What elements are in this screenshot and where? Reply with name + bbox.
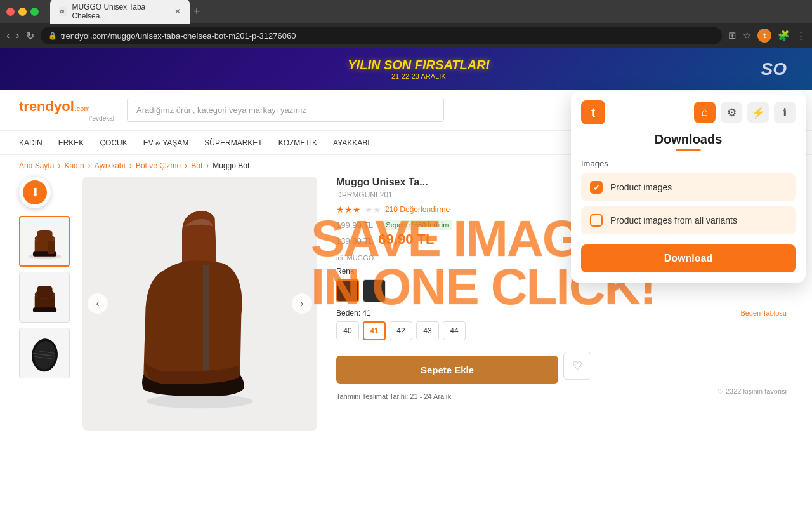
popup-header: t ⌂ ⚙ ⚡ ℹ: [571, 91, 806, 130]
checkbox-product-images[interactable]: ✓: [590, 181, 603, 194]
bc-sep2: ›: [88, 161, 91, 170]
bc-ana-sayfa[interactable]: Ana Sayfa: [19, 161, 54, 170]
bc-sep5: ›: [206, 161, 209, 170]
product-thumbnails: ⬇: [19, 177, 70, 431]
popup-option-all-variants[interactable]: Product images from all variants: [581, 206, 796, 234]
option1-label: Product images: [610, 182, 672, 192]
nav-supermarket[interactable]: SÜPERMARKET: [204, 138, 262, 147]
bc-bot-cizme[interactable]: Bot ve Çizme: [136, 161, 181, 170]
thumb-sole-svg: [24, 333, 65, 374]
maximize-button[interactable]: [30, 8, 39, 16]
carousel-prev-button[interactable]: ‹: [88, 293, 108, 314]
thumb-boot-svg-2: [24, 277, 65, 318]
banner-main-title: YILIN SON FIRSATLARI: [348, 58, 489, 72]
page-content: YILIN SON FIRSATLARI 21-22-23 ARALIK SO …: [0, 48, 812, 508]
search-placeholder: Aradığınız ürün, kategori veya markayı y…: [136, 105, 306, 115]
bc-bot[interactable]: Bot: [191, 161, 202, 170]
popup-logo: t: [581, 100, 605, 124]
bc-kadin[interactable]: Kadın: [64, 161, 84, 170]
more-icon[interactable]: ⋮: [796, 30, 806, 41]
bc-sep1: ›: [58, 161, 60, 170]
color-black[interactable]: [363, 279, 386, 302]
download-fab[interactable]: ⬇: [19, 177, 51, 208]
bc-current: Muggo Bot: [213, 161, 249, 170]
active-tab[interactable]: 🛍 MUGGO Unisex Taba Chelsea... ✕: [50, 0, 190, 24]
bottom-info: Tahmini Teslimat Tarihi: 21 - 24 Aralık …: [336, 387, 787, 400]
extension-icon[interactable]: ⊞: [728, 30, 737, 41]
close-button[interactable]: [6, 8, 15, 16]
banner-dates: 21-22-23 ARALIK: [348, 72, 489, 80]
svg-rect-9: [37, 285, 52, 298]
review-count[interactable]: 210 Değerlendirme: [385, 205, 450, 214]
new-tab-button[interactable]: +: [193, 5, 200, 18]
popup-download-button[interactable]: Download: [581, 244, 796, 272]
logo-hashtag: #evdekal: [19, 115, 114, 122]
thumbnail-3[interactable]: [19, 328, 70, 378]
bc-sep4: ›: [185, 161, 187, 170]
star-icon[interactable]: ☆: [743, 30, 751, 41]
color-options: [336, 279, 787, 302]
bc-ayakkabi[interactable]: Ayakkabı: [95, 161, 126, 170]
minimize-button[interactable]: [18, 8, 27, 16]
reload-button[interactable]: ↻: [26, 30, 34, 42]
size-41[interactable]: 41: [363, 321, 386, 340]
bc-sep3: ›: [129, 161, 132, 170]
popup-section-label: Images: [571, 159, 806, 173]
search-bar[interactable]: Aradığınız ürün, kategori veya markayı y…: [127, 98, 444, 122]
browser-chrome: 🛍 MUGGO Unisex Taba Chelsea... ✕ +: [0, 0, 812, 23]
size-40[interactable]: 40: [336, 321, 359, 340]
size-header: Beden: 41 Beden Tablosu: [336, 309, 787, 318]
main-boot-image: [111, 196, 289, 411]
nav-kadin[interactable]: KADIN: [19, 138, 43, 147]
downloads-popup: t ⌂ ⚙ ⚡ ℹ Downloads Images ✓ Product ima…: [571, 91, 806, 283]
svg-rect-8: [32, 307, 56, 312]
color-brown[interactable]: [336, 279, 359, 302]
address-bar[interactable]: 🔒 trendyol.com/muggo/unisex-taba-chelsea…: [41, 27, 722, 44]
size-table-link[interactable]: Beden Tablosu: [740, 309, 787, 317]
download-icon: ⬇: [30, 185, 40, 199]
carousel-next-button[interactable]: ›: [292, 293, 312, 314]
popup-home-button[interactable]: ⌂: [694, 102, 716, 123]
stars: ★★★: [336, 204, 361, 215]
thumbnail-2[interactable]: [19, 272, 70, 323]
nav-erkek[interactable]: ERKEK: [58, 138, 84, 147]
size-label: Beden: 41: [336, 309, 371, 318]
puzzle-icon[interactable]: 🧩: [778, 30, 790, 41]
tab-favicon: 🛍: [59, 7, 67, 16]
profile-icon[interactable]: t: [757, 29, 771, 43]
back-button[interactable]: ‹: [6, 30, 10, 41]
cart-row: Sepete Ekle ♡: [336, 348, 787, 384]
nav-kozmetik[interactable]: KOZMETİK: [278, 138, 317, 147]
nav-ev-yasam[interactable]: EV & YAŞAM: [143, 138, 189, 147]
size-42[interactable]: 42: [390, 321, 412, 340]
popup-settings-button[interactable]: ⚙: [721, 102, 742, 123]
nav-cocuk[interactable]: ÇOCUK: [100, 138, 127, 147]
popup-info-button[interactable]: ℹ: [774, 102, 796, 123]
lock-icon: 🔒: [48, 32, 57, 40]
address-row: ‹ › ↻ 🔒 trendyol.com/muggo/unisex-taba-c…: [0, 23, 812, 48]
popup-bolt-button[interactable]: ⚡: [747, 102, 769, 123]
size-44[interactable]: 44: [443, 321, 466, 340]
empty-stars: ★★: [365, 204, 381, 215]
banner-right-text: SO: [761, 59, 787, 79]
download-fab-inner: ⬇: [23, 180, 47, 204]
nav-ayakkabi[interactable]: AYAKKABI: [333, 138, 370, 147]
thumbnail-1[interactable]: [19, 216, 70, 267]
discount-badge: Sepette %50 İndirim: [382, 220, 452, 230]
product-main-image: ‹ ›: [82, 177, 317, 431]
svg-point-15: [147, 394, 253, 408]
add-to-cart-button[interactable]: Sepete Ekle: [336, 356, 558, 384]
logo-com: .com: [75, 105, 90, 112]
forward-button[interactable]: ›: [16, 30, 19, 41]
wishlist-button[interactable]: ♡: [563, 352, 591, 380]
checkbox-all-variants[interactable]: [590, 214, 603, 227]
promo-banner: YILIN SON FIRSATLARI 21-22-23 ARALIK SO: [0, 48, 812, 90]
logo[interactable]: trendyol .com #evdekal: [19, 98, 114, 122]
tab-close-icon[interactable]: ✕: [174, 7, 181, 16]
url-text: trendyol.com/muggo/unisex-taba-chelsea-b…: [61, 31, 296, 41]
logo-text: trendyol: [19, 98, 74, 115]
size-43[interactable]: 43: [416, 321, 439, 340]
banner-text: YILIN SON FIRSATLARI 21-22-23 ARALIK: [348, 58, 489, 80]
popup-option-product-images[interactable]: ✓ Product images: [581, 173, 796, 201]
delivery-info: Tahmini Teslimat Tarihi: 21 - 24 Aralık: [336, 392, 451, 400]
